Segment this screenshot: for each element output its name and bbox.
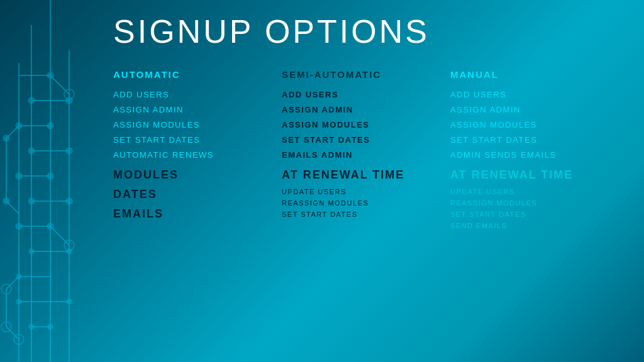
- svg-point-29: [66, 148, 72, 154]
- svg-point-48: [64, 240, 74, 250]
- svg-point-27: [47, 123, 53, 129]
- svg-point-26: [16, 123, 22, 129]
- svg-line-16: [6, 126, 19, 138]
- manual-renewal-send-emails: SEND EMAILS: [450, 222, 606, 229]
- column-semi-automatic: SEMI-AUTOMATIC ADD USERS ASSIGN ADMIN AS…: [282, 69, 450, 222]
- columns-container: AUTOMATIC ADD USERS ASSIGN ADMIN ASSIGN …: [113, 69, 619, 233]
- svg-point-44: [29, 324, 34, 329]
- svg-line-20: [6, 277, 19, 289]
- column-manual: MANUAL ADD USERS ASSIGN ADMIN ASSIGN MOD…: [450, 69, 619, 233]
- svg-line-22: [6, 327, 19, 339]
- svg-line-15: [50, 75, 69, 94]
- col-header-automatic: AUTOMATIC: [113, 69, 269, 80]
- svg-point-40: [67, 249, 72, 254]
- auto-sub-emails: EMAILS: [113, 207, 269, 221]
- svg-point-43: [48, 324, 53, 329]
- svg-point-46: [1, 322, 11, 332]
- svg-point-23: [47, 72, 53, 79]
- svg-point-35: [47, 223, 53, 229]
- item-auto-assign-admin: ASSIGN ADMIN: [113, 105, 269, 114]
- manual-renewal-update-users: UPDATE USERS: [450, 188, 606, 195]
- item-manual-assign-modules: ASSIGN MODULES: [450, 120, 606, 129]
- svg-point-31: [47, 173, 53, 179]
- svg-point-42: [67, 299, 72, 304]
- svg-point-37: [3, 135, 9, 141]
- semi-renewal-set-start-dates: SET START DATES: [282, 211, 438, 218]
- item-auto-assign-modules: ASSIGN MODULES: [113, 120, 269, 129]
- page-title: SIGNUP OPTIONS: [113, 13, 619, 50]
- auto-sub-modules: MODULES: [113, 168, 269, 182]
- svg-line-18: [6, 201, 19, 214]
- item-auto-set-start-dates: SET START DATES: [113, 135, 269, 145]
- semi-renewal-section: AT RENEWAL TIME UPDATE USERS REASSIGN MO…: [282, 168, 438, 218]
- column-automatic: AUTOMATIC ADD USERS ASSIGN ADMIN ASSIGN …: [113, 69, 282, 227]
- semi-renewal-reassign-modules: REASSIGN MODULES: [282, 199, 438, 207]
- item-auto-add-users: ADD USERS: [113, 90, 269, 99]
- svg-point-45: [1, 284, 11, 294]
- auto-sub-section: MODULES DATES EMAILS: [113, 168, 269, 221]
- item-semi-emails-admin: EMAILS ADMIN: [282, 150, 438, 160]
- col-header-semi-automatic: SEMI-AUTOMATIC: [282, 69, 438, 80]
- manual-renewal-reassign-modules: REASSIGN MODULES: [450, 199, 606, 207]
- item-manual-assign-admin: ASSIGN ADMIN: [450, 105, 606, 114]
- svg-point-33: [66, 198, 72, 204]
- svg-point-34: [16, 223, 22, 229]
- svg-point-49: [14, 334, 24, 344]
- manual-renewal-section: AT RENEWAL TIME UPDATE USERS REASSIGN MO…: [450, 168, 606, 229]
- semi-renewal-header: AT RENEWAL TIME: [282, 168, 438, 182]
- svg-point-32: [28, 198, 35, 204]
- manual-renewal-set-start-dates: SET START DATES: [450, 211, 606, 218]
- svg-point-41: [16, 299, 21, 304]
- svg-point-28: [28, 148, 35, 154]
- item-semi-assign-modules: ASSIGN MODULES: [282, 120, 438, 129]
- svg-point-39: [29, 249, 34, 254]
- item-semi-add-users: ADD USERS: [282, 90, 438, 99]
- semi-renewal-update-users: UPDATE USERS: [282, 188, 438, 195]
- svg-point-36: [3, 198, 9, 204]
- svg-point-47: [64, 89, 74, 99]
- svg-line-19: [50, 226, 69, 245]
- auto-sub-dates: DATES: [113, 188, 269, 201]
- svg-point-25: [66, 97, 72, 104]
- item-auto-automatic-renews: AUTOMATIC RENEWS: [113, 150, 269, 160]
- item-manual-admin-sends-emails: ADMIN SENDS EMAILS: [450, 150, 606, 160]
- item-manual-set-start-dates: SET START DATES: [450, 135, 606, 145]
- svg-point-24: [28, 97, 35, 104]
- svg-point-30: [16, 173, 22, 179]
- svg-point-38: [16, 274, 21, 279]
- col-header-manual: MANUAL: [450, 69, 606, 80]
- item-manual-add-users: ADD USERS: [450, 90, 606, 99]
- manual-renewal-header: AT RENEWAL TIME: [450, 168, 606, 182]
- item-semi-set-start-dates: SET START DATES: [282, 135, 438, 145]
- item-semi-assign-admin: ASSIGN ADMIN: [282, 105, 438, 114]
